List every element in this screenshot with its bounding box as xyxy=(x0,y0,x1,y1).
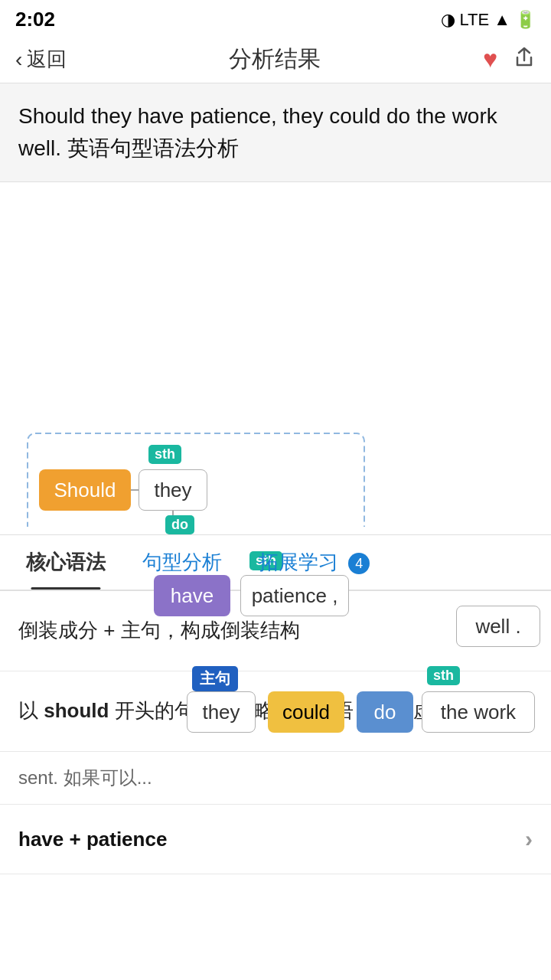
label-main-clause: 主句 xyxy=(192,666,238,691)
moon-icon: ◑ xyxy=(441,10,455,30)
bottom-item[interactable]: have + patience xyxy=(0,805,551,874)
sentence-header: Should they have patience, they could do… xyxy=(0,83,551,182)
nav-title: 分析结果 xyxy=(229,44,321,75)
label-do: do xyxy=(165,515,194,534)
network-label: LTE xyxy=(460,10,490,30)
chip-should: Should xyxy=(39,469,131,511)
chip-thework: the work xyxy=(422,691,535,733)
chip-well: well . xyxy=(456,606,540,647)
chip-do: do xyxy=(357,691,413,733)
diagram-area: Should they sth do have sth patience , w… xyxy=(0,182,551,535)
nav-bar: ‹ 返回 分析结果 ♥ xyxy=(0,36,551,83)
chevron-right-icon-3 xyxy=(525,826,533,852)
tab-pattern[interactable]: 句型分析 xyxy=(124,535,240,590)
chip-they2: they xyxy=(187,691,256,733)
signal-icon: ▲ xyxy=(494,10,510,30)
grammar-text-1: 倒装成分 + 主句，构成倒装结构 xyxy=(18,615,525,647)
chip-could: could xyxy=(268,691,344,733)
diagram-container: Should they sth do have sth patience , w… xyxy=(12,198,539,527)
tab-core[interactable]: 核心语法 xyxy=(8,535,124,590)
share-icon[interactable] xyxy=(513,45,536,74)
battery-icon: 🔋 xyxy=(515,10,536,30)
tab-expand[interactable]: 拓展学习 4 xyxy=(240,535,388,590)
back-label: 返回 xyxy=(27,46,67,73)
status-bar: 2:02 ◑ LTE ▲ 🔋 xyxy=(0,0,551,36)
status-time: 2:02 xyxy=(15,8,55,31)
tabs-bar: 核心语法 句型分析 拓展学习 4 xyxy=(0,535,551,591)
status-icons: ◑ LTE ▲ 🔋 xyxy=(441,10,536,30)
chip-they1: they xyxy=(139,469,207,511)
sentence-chinese: 英语句型语法分析 xyxy=(67,136,239,160)
label-sth-3: sth xyxy=(427,666,460,685)
back-button[interactable]: ‹ 返回 xyxy=(15,46,67,73)
back-icon: ‹ xyxy=(15,47,22,72)
heart-icon[interactable]: ♥ xyxy=(483,45,497,74)
sent-item: sent. 如果可以... xyxy=(0,752,551,805)
label-sth-1: sth xyxy=(148,445,181,464)
tab-expand-badge: 4 xyxy=(348,553,370,574)
nav-actions: ♥ xyxy=(483,45,536,74)
